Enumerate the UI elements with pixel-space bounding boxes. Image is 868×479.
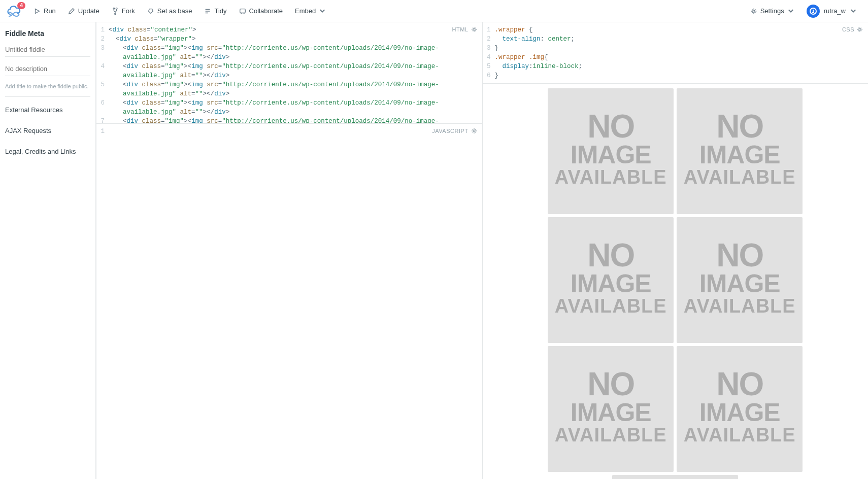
gutter: 1	[96, 127, 109, 136]
avatar	[807, 5, 820, 18]
gear-icon	[471, 26, 477, 32]
html-panel-label[interactable]: HTML	[452, 26, 477, 32]
result-image: NOIMAGEAVAILABLE	[548, 217, 674, 343]
public-hint: Add title to make the fiddle public.	[5, 83, 90, 97]
collaborate-button[interactable]: Collaborate	[234, 4, 288, 18]
code-area[interactable]: <div class="conteiner"><div class="wrapp…	[109, 25, 482, 124]
svg-point-7	[859, 28, 861, 30]
svg-rect-3	[240, 9, 245, 13]
gear-icon	[471, 128, 477, 134]
svg-point-0	[113, 8, 115, 9]
legal-section[interactable]: Legal, Credits and Links	[5, 144, 90, 159]
ajax-requests-section[interactable]: AJAX Requests	[5, 123, 90, 139]
code-area[interactable]	[109, 127, 482, 136]
js-panel-label[interactable]: JAVASCRIPT	[432, 128, 477, 134]
logo[interactable]: 4	[6, 4, 22, 18]
notification-badge[interactable]: 4	[17, 2, 25, 9]
chevron-down-icon	[850, 8, 857, 15]
chevron-down-icon	[787, 8, 794, 15]
result-image: NOIMAGEAVAILABLE	[548, 346, 674, 472]
result-image: NOIMAGEAVAILABLE	[677, 217, 803, 343]
svg-point-1	[116, 8, 117, 9]
result-panel: NOIMAGEAVAILABLENOIMAGEAVAILABLENOIMAGEA…	[483, 83, 869, 479]
css-panel-label[interactable]: CSS	[842, 26, 863, 32]
run-button[interactable]: Run	[28, 4, 61, 18]
result-image: NOIMAGEAVAILABLE	[677, 346, 803, 472]
settings-button[interactable]: Settings	[745, 4, 799, 18]
main: Fiddle Meta Add title to make the fiddle…	[0, 22, 868, 479]
sidebar: Fiddle Meta Add title to make the fiddle…	[0, 22, 96, 479]
fiddle-meta-heading: Fiddle Meta	[5, 29, 90, 38]
tidy-button[interactable]: Tidy	[199, 4, 231, 18]
code-area[interactable]: .wrapper { text-align: center;}.wrapper …	[495, 25, 869, 80]
description-input[interactable]	[5, 62, 90, 76]
editor-panels: HTML 1234567 <div class="conteiner"><div…	[96, 22, 868, 479]
user-menu[interactable]: rutra_w	[802, 2, 862, 21]
update-button[interactable]: Update	[63, 4, 105, 18]
svg-point-4	[752, 10, 754, 12]
topbar: 4 Run Update Fork Set as base Tidy Colla…	[0, 0, 868, 22]
set-as-base-button[interactable]: Set as base	[142, 4, 197, 18]
svg-point-2	[114, 13, 116, 14]
external-resources-section[interactable]: External Resources	[5, 102, 90, 118]
js-panel[interactable]: JAVASCRIPT 1	[96, 124, 482, 479]
svg-point-8	[473, 130, 475, 132]
gutter: 123456	[483, 25, 495, 80]
css-panel[interactable]: CSS 123456 .wrapper { text-align: center…	[482, 22, 869, 479]
html-panel[interactable]: HTML 1234567 <div class="conteiner"><div…	[96, 22, 482, 124]
gear-icon	[750, 8, 757, 15]
embed-button[interactable]: Embed	[290, 4, 331, 18]
title-input[interactable]	[5, 43, 90, 57]
chevron-down-icon	[319, 8, 326, 15]
gear-icon	[857, 26, 863, 32]
result-image: NOIMAGEAVAILABLE	[612, 475, 738, 479]
gutter: 1234567	[96, 25, 109, 124]
svg-point-6	[473, 28, 475, 30]
fork-button[interactable]: Fork	[107, 4, 140, 18]
result-image: NOIMAGEAVAILABLE	[548, 88, 674, 214]
result-image: NOIMAGEAVAILABLE	[677, 88, 803, 214]
